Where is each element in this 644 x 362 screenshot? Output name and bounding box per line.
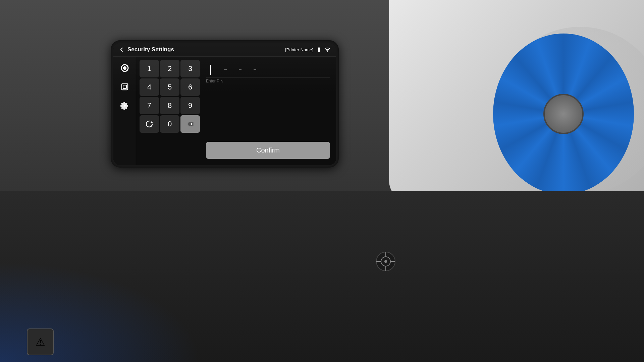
- svg-point-12: [123, 67, 126, 69]
- spool-hub: [543, 94, 584, 134]
- numpad: 1 2 3 4 5 6 7 8 9: [140, 60, 200, 162]
- bottom-panel: [0, 191, 644, 362]
- numpad-key-delete[interactable]: [180, 115, 200, 133]
- header-left: Security Settings: [119, 46, 174, 53]
- numpad-key-7[interactable]: 7: [140, 97, 159, 114]
- numpad-key-9[interactable]: 9: [180, 97, 200, 114]
- pin-dash-3: -: [250, 63, 260, 75]
- svg-rect-14: [123, 85, 126, 88]
- header-icons: [316, 47, 331, 53]
- sidebar-item-print[interactable]: [117, 79, 132, 94]
- numpad-key-1[interactable]: 1: [140, 60, 159, 77]
- sidebar-item-home[interactable]: [117, 61, 132, 75]
- screen: Security Settings [Printer Name]: [113, 43, 336, 165]
- crosshair-icon: [376, 251, 396, 272]
- pin-display: | - - - Enter PIN: [206, 63, 330, 83]
- svg-rect-13: [122, 84, 128, 90]
- header-right: [Printer Name]: [285, 47, 331, 53]
- pin-dash-1: -: [221, 63, 230, 75]
- filament-spool: [493, 34, 634, 194]
- confirm-button[interactable]: Confirm: [206, 142, 330, 159]
- numpad-key-6[interactable]: 6: [180, 78, 200, 96]
- pin-label: Enter PIN: [206, 79, 330, 83]
- back-button[interactable]: [119, 47, 125, 53]
- numpad-key-2[interactable]: 2: [160, 60, 179, 77]
- screen-bezel: Security Settings [Printer Name]: [111, 40, 339, 168]
- numpad-key-3[interactable]: 3: [180, 60, 200, 77]
- printer-name-label: [Printer Name]: [285, 47, 313, 52]
- numpad-key-8[interactable]: 8: [160, 97, 179, 114]
- screen-title: Security Settings: [127, 46, 174, 53]
- wifi-icon: [324, 47, 331, 53]
- svg-point-10: [327, 51, 328, 52]
- numpad-key-reset[interactable]: [140, 115, 159, 133]
- svg-point-6: [384, 260, 387, 263]
- numpad-key-5[interactable]: 5: [160, 78, 179, 96]
- pin-area: | - - - Enter PIN Confirm: [203, 60, 333, 162]
- svg-rect-9: [319, 49, 319, 51]
- screen-header: Security Settings [Printer Name]: [113, 43, 336, 57]
- warning-label: ⚠: [27, 328, 54, 355]
- spool-area: [389, 0, 644, 201]
- sidebar-icons: [113, 57, 136, 165]
- pin-display-row: | - - -: [206, 63, 330, 77]
- pin-digit-1: |: [206, 63, 215, 75]
- numpad-key-4[interactable]: 4: [140, 78, 159, 96]
- sidebar-item-settings[interactable]: [117, 98, 132, 113]
- thermometer-icon: [316, 47, 322, 53]
- numpad-key-0[interactable]: 0: [160, 115, 179, 133]
- warning-icon: ⚠: [36, 336, 45, 348]
- pin-dash-2: -: [235, 63, 245, 75]
- screen-body: 1 2 3 4 5 6 7 8 9: [113, 57, 336, 165]
- main-content: 1 2 3 4 5 6 7 8 9: [136, 57, 336, 165]
